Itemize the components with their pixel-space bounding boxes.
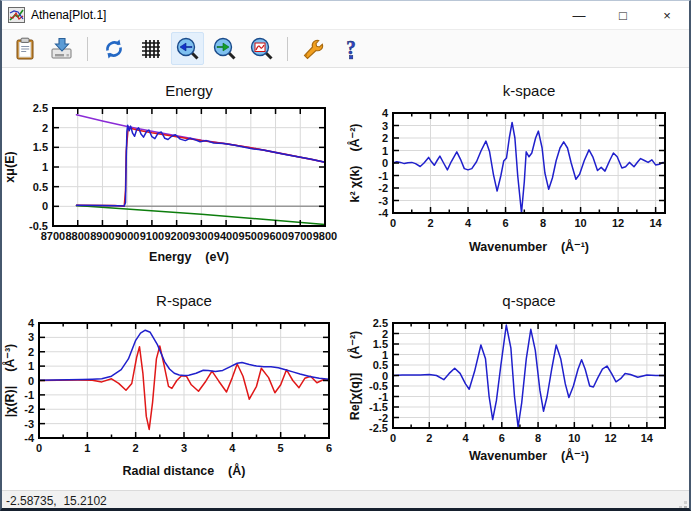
svg-text:4: 4 <box>28 317 35 329</box>
window-title: Athena[Plot.1] <box>31 8 106 22</box>
zoom-plot-button[interactable] <box>245 32 278 65</box>
svg-text:9800: 9800 <box>313 230 337 242</box>
svg-text:?: ? <box>346 37 356 58</box>
window-controls: — □ × <box>557 1 689 29</box>
svg-text:0: 0 <box>382 157 388 169</box>
svg-text:0.5: 0.5 <box>33 181 48 193</box>
svg-text:0: 0 <box>382 370 388 382</box>
svg-text:-3: -3 <box>378 195 388 207</box>
svg-text:-4: -4 <box>24 432 35 444</box>
svg-text:1: 1 <box>42 161 48 173</box>
zoom-forward-icon <box>212 36 237 61</box>
svg-text:3: 3 <box>181 442 187 454</box>
resize-grip[interactable] <box>678 500 688 510</box>
replot-button[interactable] <box>97 32 130 65</box>
svg-text:9200: 9200 <box>164 230 188 242</box>
svg-text:12: 12 <box>604 432 616 444</box>
cursor-coordinates: -2.58735, 15.2102 <box>6 494 107 508</box>
svg-text:2: 2 <box>133 442 139 454</box>
k-space-plot[interactable]: 02468101214-4-3-2-101234k-spaceWavenumbe… <box>347 68 691 279</box>
svg-text:0.5: 0.5 <box>373 359 388 371</box>
chart-r-space: 0123456-4-3-2-101234R-spaceRadial distan… <box>2 279 347 490</box>
close-button[interactable]: × <box>645 1 689 29</box>
grid-icon <box>139 37 163 61</box>
svg-text:-2: -2 <box>24 403 34 415</box>
svg-text:2: 2 <box>426 432 432 444</box>
zoom-back-icon <box>175 36 200 61</box>
chart-q-space: 02468101214-2.5-2-1.5-1-0.500.511.522.5q… <box>347 279 691 490</box>
preferences-button[interactable] <box>297 32 330 65</box>
svg-text:2.5: 2.5 <box>373 317 388 329</box>
svg-text:-1: -1 <box>24 389 34 401</box>
svg-text:xμ(E): xμ(E) <box>3 151 17 182</box>
svg-text:0: 0 <box>390 432 396 444</box>
svg-text:9600: 9600 <box>263 230 287 242</box>
svg-text:2: 2 <box>42 122 48 134</box>
svg-text:q-space: q-space <box>502 292 555 309</box>
chart-energy: 8700880089009000910092009300940095009600… <box>2 68 347 279</box>
svg-text:-1: -1 <box>378 170 388 182</box>
svg-text:6: 6 <box>502 217 508 229</box>
svg-text:1: 1 <box>382 145 388 157</box>
zoom-back-button[interactable] <box>171 32 204 65</box>
svg-text:4: 4 <box>465 217 472 229</box>
clipboard-icon <box>13 37 37 61</box>
svg-text:Energy: Energy <box>165 82 213 99</box>
svg-text:Re[χ(q)] (Å⁻²): Re[χ(q)] (Å⁻²) <box>347 331 362 420</box>
svg-text:9700: 9700 <box>288 230 312 242</box>
plot-grid: 8700880089009000910092009300940095009600… <box>2 68 689 490</box>
svg-text:|χ(R)| (Å⁻³): |χ(R)| (Å⁻³) <box>2 344 17 418</box>
svg-text:-2.5: -2.5 <box>369 422 388 434</box>
svg-text:8: 8 <box>535 432 541 444</box>
chart-k-space: 02468101214-4-3-2-101234k-spaceWavenumbe… <box>347 68 691 279</box>
svg-text:-1.5: -1.5 <box>369 401 388 413</box>
svg-text:9500: 9500 <box>239 230 263 242</box>
svg-text:k² χ(k) (Å⁻²): k² χ(k) (Å⁻²) <box>347 123 362 202</box>
svg-text:9000: 9000 <box>115 230 139 242</box>
svg-text:0: 0 <box>28 375 34 387</box>
svg-text:8900: 8900 <box>90 230 114 242</box>
save-image-button[interactable] <box>45 32 78 65</box>
grid-button[interactable] <box>134 32 167 65</box>
svg-text:14: 14 <box>641 432 654 444</box>
r-space-plot[interactable]: 0123456-4-3-2-101234R-spaceRadial distan… <box>2 279 347 490</box>
svg-text:2: 2 <box>427 217 433 229</box>
svg-text:Wavenumber (Å⁻¹): Wavenumber (Å⁻¹) <box>469 448 589 463</box>
athena-app-icon <box>8 7 25 23</box>
svg-text:-0.5: -0.5 <box>369 380 388 392</box>
svg-text:0: 0 <box>390 217 396 229</box>
replot-icon <box>102 37 126 61</box>
svg-text:-3: -3 <box>24 418 34 430</box>
svg-text:-2: -2 <box>378 182 388 194</box>
plot-toolbar: ? <box>2 29 689 68</box>
svg-text:2: 2 <box>382 132 388 144</box>
svg-text:9400: 9400 <box>214 230 238 242</box>
svg-text:6: 6 <box>499 432 505 444</box>
svg-text:0: 0 <box>36 442 42 454</box>
svg-text:1: 1 <box>382 349 388 361</box>
minimize-button[interactable]: — <box>557 1 601 29</box>
svg-text:-2: -2 <box>378 412 388 424</box>
svg-text:4: 4 <box>382 107 389 119</box>
svg-text:0: 0 <box>42 200 48 212</box>
help-button[interactable]: ? <box>334 32 367 65</box>
svg-text:1: 1 <box>28 360 34 372</box>
svg-text:Radial distance (Å): Radial distance (Å) <box>123 463 246 478</box>
svg-text:2: 2 <box>382 328 388 340</box>
athena-plot-window: Athena[Plot.1] — □ × <box>0 0 691 511</box>
save-image-icon <box>49 36 74 61</box>
svg-text:Wavenumber (Å⁻¹): Wavenumber (Å⁻¹) <box>469 239 589 254</box>
titlebar: Athena[Plot.1] — □ × <box>2 1 689 29</box>
svg-text:9100: 9100 <box>140 230 164 242</box>
zoom-forward-button[interactable] <box>208 32 241 65</box>
clipboard-button[interactable] <box>8 32 41 65</box>
svg-text:-1: -1 <box>378 391 388 403</box>
svg-text:10: 10 <box>574 217 586 229</box>
svg-text:-4: -4 <box>378 207 389 219</box>
svg-text:8800: 8800 <box>65 230 89 242</box>
maximize-button[interactable]: □ <box>601 1 645 29</box>
svg-text:R-space: R-space <box>156 292 212 309</box>
energy-plot[interactable]: 8700880089009000910092009300940095009600… <box>2 68 347 279</box>
q-space-plot[interactable]: 02468101214-2.5-2-1.5-1-0.500.511.522.5q… <box>347 279 691 490</box>
svg-text:Energy (eV): Energy (eV) <box>149 250 229 264</box>
